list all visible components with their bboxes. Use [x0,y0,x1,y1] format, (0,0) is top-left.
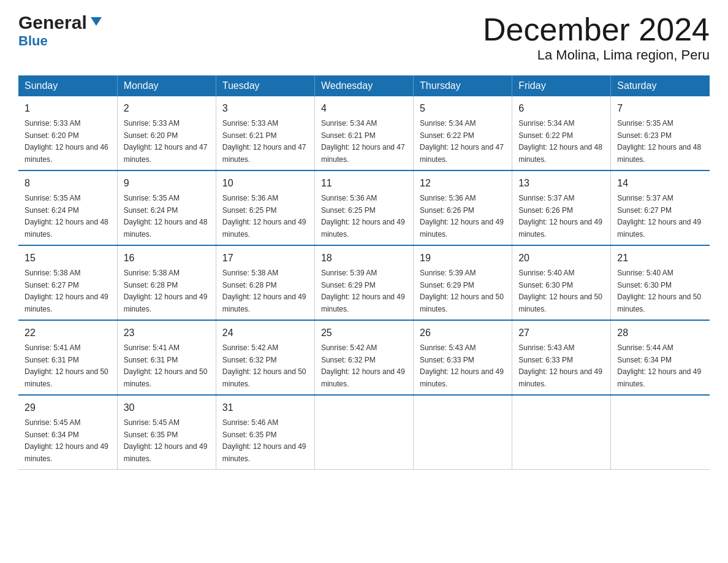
day-info: Sunrise: 5:36 AMSunset: 6:25 PMDaylight:… [222,194,306,239]
day-info: Sunrise: 5:45 AMSunset: 6:34 PMDaylight:… [25,418,108,463]
day-number: 26 [420,326,506,340]
calendar-cell [314,395,413,470]
calendar-cell: 21Sunrise: 5:40 AMSunset: 6:30 PMDayligh… [611,245,710,320]
day-number: 16 [124,251,210,266]
calendar-cell: 29Sunrise: 5:45 AMSunset: 6:34 PMDayligh… [18,395,117,470]
day-info: Sunrise: 5:42 AMSunset: 6:32 PMDaylight:… [222,343,306,388]
weekday-header-wednesday: Wednesday [314,75,413,96]
day-info: Sunrise: 5:41 AMSunset: 6:31 PMDaylight:… [124,343,208,388]
day-info: Sunrise: 5:34 AMSunset: 6:22 PMDaylight:… [420,119,504,164]
calendar-cell: 9Sunrise: 5:35 AMSunset: 6:24 PMDaylight… [117,170,216,245]
calendar-subtitle: La Molina, Lima region, Peru [483,47,710,63]
logo: General Blue [18,12,103,49]
calendar-week-row: 1Sunrise: 5:33 AMSunset: 6:20 PMDaylight… [18,96,710,170]
day-number: 20 [518,251,604,266]
svg-marker-0 [91,17,102,26]
day-number: 22 [25,326,111,340]
calendar-cell [512,395,611,470]
day-info: Sunrise: 5:45 AMSunset: 6:35 PMDaylight:… [124,418,208,463]
calendar-cell: 17Sunrise: 5:38 AMSunset: 6:28 PMDayligh… [216,245,314,320]
calendar-cell: 6Sunrise: 5:34 AMSunset: 6:22 PMDaylight… [512,96,611,170]
day-number: 5 [420,101,506,116]
day-info: Sunrise: 5:33 AMSunset: 6:20 PMDaylight:… [124,119,208,164]
day-info: Sunrise: 5:39 AMSunset: 6:29 PMDaylight:… [420,269,504,313]
day-info: Sunrise: 5:38 AMSunset: 6:27 PMDaylight:… [25,269,108,313]
day-number: 29 [25,400,111,415]
day-info: Sunrise: 5:38 AMSunset: 6:28 PMDaylight:… [222,269,306,313]
calendar-cell: 13Sunrise: 5:37 AMSunset: 6:26 PMDayligh… [512,170,611,245]
calendar-week-row: 22Sunrise: 5:41 AMSunset: 6:31 PMDayligh… [18,320,710,395]
day-info: Sunrise: 5:43 AMSunset: 6:33 PMDaylight:… [420,343,504,388]
day-info: Sunrise: 5:34 AMSunset: 6:22 PMDaylight:… [518,119,602,164]
weekday-header-thursday: Thursday [414,75,512,96]
day-number: 1 [25,101,111,116]
weekday-header-row: SundayMondayTuesdayWednesdayThursdayFrid… [18,75,710,96]
calendar-cell: 15Sunrise: 5:38 AMSunset: 6:27 PMDayligh… [18,245,117,320]
day-info: Sunrise: 5:37 AMSunset: 6:27 PMDaylight:… [617,194,701,239]
day-number: 14 [617,176,703,191]
day-number: 18 [321,251,407,266]
day-info: Sunrise: 5:36 AMSunset: 6:25 PMDaylight:… [321,194,405,239]
day-info: Sunrise: 5:41 AMSunset: 6:31 PMDaylight:… [25,343,108,388]
day-number: 21 [617,251,703,266]
calendar-week-row: 8Sunrise: 5:35 AMSunset: 6:24 PMDaylight… [18,170,710,245]
day-info: Sunrise: 5:38 AMSunset: 6:28 PMDaylight:… [124,269,208,313]
calendar-cell: 4Sunrise: 5:34 AMSunset: 6:21 PMDaylight… [314,96,413,170]
day-info: Sunrise: 5:46 AMSunset: 6:35 PMDaylight:… [222,418,306,463]
calendar-week-row: 29Sunrise: 5:45 AMSunset: 6:34 PMDayligh… [18,395,710,470]
calendar-cell: 7Sunrise: 5:35 AMSunset: 6:23 PMDaylight… [611,96,710,170]
title-block: December 2024 La Molina, Lima region, Pe… [483,12,710,63]
day-number: 7 [617,101,703,116]
page-header: General Blue December 2024 La Molina, Li… [18,12,710,63]
day-number: 10 [222,176,308,191]
day-number: 24 [222,326,308,340]
day-number: 17 [222,251,308,266]
calendar-cell: 22Sunrise: 5:41 AMSunset: 6:31 PMDayligh… [18,320,117,395]
day-number: 6 [518,101,604,116]
day-info: Sunrise: 5:34 AMSunset: 6:21 PMDaylight:… [321,119,405,164]
day-number: 12 [420,176,506,191]
day-info: Sunrise: 5:43 AMSunset: 6:33 PMDaylight:… [518,343,602,388]
calendar-cell: 3Sunrise: 5:33 AMSunset: 6:21 PMDaylight… [216,96,314,170]
day-info: Sunrise: 5:35 AMSunset: 6:23 PMDaylight:… [617,119,701,164]
day-number: 25 [321,326,407,340]
calendar-week-row: 15Sunrise: 5:38 AMSunset: 6:27 PMDayligh… [18,245,710,320]
day-number: 23 [124,326,210,340]
day-number: 13 [518,176,604,191]
logo-arrow-icon [89,15,103,31]
calendar-cell: 1Sunrise: 5:33 AMSunset: 6:20 PMDaylight… [18,96,117,170]
weekday-header-tuesday: Tuesday [216,75,314,96]
calendar-cell: 24Sunrise: 5:42 AMSunset: 6:32 PMDayligh… [216,320,314,395]
day-number: 4 [321,101,407,116]
calendar-cell: 5Sunrise: 5:34 AMSunset: 6:22 PMDaylight… [414,96,512,170]
calendar-cell: 18Sunrise: 5:39 AMSunset: 6:29 PMDayligh… [314,245,413,320]
calendar-table: SundayMondayTuesdayWednesdayThursdayFrid… [18,75,710,470]
day-number: 3 [222,101,308,116]
day-info: Sunrise: 5:35 AMSunset: 6:24 PMDaylight:… [25,194,108,239]
calendar-cell: 14Sunrise: 5:37 AMSunset: 6:27 PMDayligh… [611,170,710,245]
day-info: Sunrise: 5:37 AMSunset: 6:26 PMDaylight:… [518,194,602,239]
day-number: 27 [518,326,604,340]
logo-general-text: General [18,12,87,33]
logo-blue-text: Blue [18,33,48,49]
day-number: 19 [420,251,506,266]
weekday-header-friday: Friday [512,75,611,96]
weekday-header-monday: Monday [117,75,216,96]
day-number: 15 [25,251,111,266]
calendar-cell: 16Sunrise: 5:38 AMSunset: 6:28 PMDayligh… [117,245,216,320]
weekday-header-saturday: Saturday [611,75,710,96]
day-number: 11 [321,176,407,191]
calendar-cell [611,395,710,470]
day-number: 9 [124,176,210,191]
day-number: 28 [617,326,703,340]
calendar-cell: 23Sunrise: 5:41 AMSunset: 6:31 PMDayligh… [117,320,216,395]
calendar-cell [414,395,512,470]
day-info: Sunrise: 5:33 AMSunset: 6:20 PMDaylight:… [25,119,108,164]
day-info: Sunrise: 5:39 AMSunset: 6:29 PMDaylight:… [321,269,405,313]
calendar-cell: 11Sunrise: 5:36 AMSunset: 6:25 PMDayligh… [314,170,413,245]
weekday-header-sunday: Sunday [18,75,117,96]
day-info: Sunrise: 5:40 AMSunset: 6:30 PMDaylight:… [617,269,701,313]
calendar-cell: 2Sunrise: 5:33 AMSunset: 6:20 PMDaylight… [117,96,216,170]
calendar-cell: 12Sunrise: 5:36 AMSunset: 6:26 PMDayligh… [414,170,512,245]
calendar-cell: 19Sunrise: 5:39 AMSunset: 6:29 PMDayligh… [414,245,512,320]
